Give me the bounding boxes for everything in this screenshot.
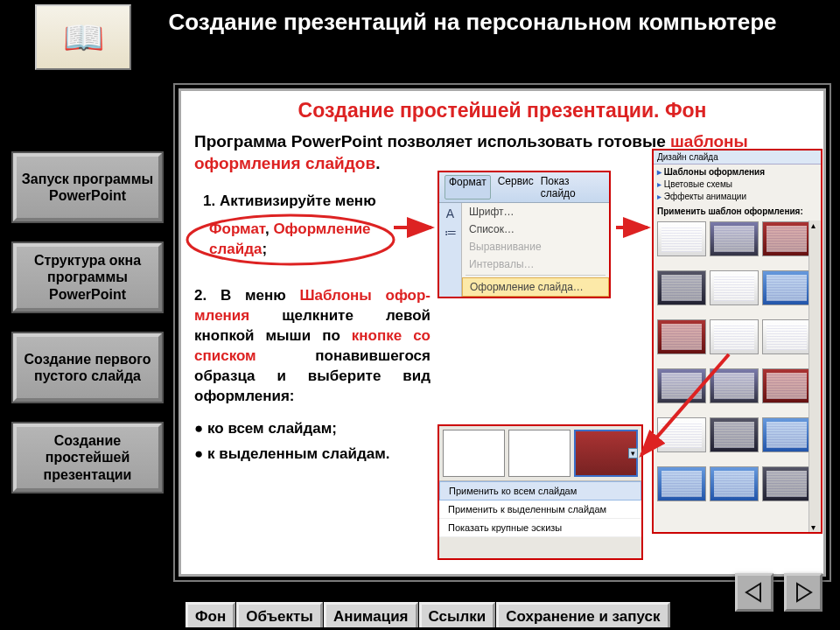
template-thumb <box>762 466 811 501</box>
pane-scrollbar <box>808 220 821 532</box>
template-thumb <box>710 417 759 452</box>
step1-label: 1. Активизируйте меню <box>203 192 430 212</box>
template-thumb <box>657 221 706 256</box>
template-thumb <box>710 466 759 501</box>
slide-title: Создание простейшей презентации. Фон <box>194 99 810 122</box>
intro-plain2: . <box>375 154 380 172</box>
menu-items: Шрифт… Список… Выравнивание Интервалы… О… <box>462 203 609 297</box>
step2-text: 2. В меню Шаблоны офор­мления щелкните л… <box>194 286 430 407</box>
template-thumb <box>710 270 759 305</box>
popup-large-thumbs: Показать крупные эскизы <box>439 519 641 537</box>
tab-animation[interactable]: Анимация <box>324 602 418 627</box>
template-thumb <box>657 417 706 452</box>
nav-launch-powerpoint[interactable]: Запуск программы PowerPoint <box>13 153 162 221</box>
step2-bullets: ● ко всем слайдам; ● к выделенным слайда… <box>194 419 430 465</box>
screenshot-context-menu: ▾ Применить ко всем слайдам Применить к … <box>438 424 643 560</box>
intro-plain1: Программа PowerPoint позволяет использов… <box>194 132 670 150</box>
popup-thumb <box>508 430 570 477</box>
popup-apply-selected: Применить к выделенным слайдам <box>439 500 641 519</box>
instructions-column: 1. Активизируйте меню Формат, Оформление… <box>194 183 430 469</box>
template-thumb <box>657 270 706 305</box>
font-icon: A <box>446 206 454 220</box>
nav-simple-presentation[interactable]: Создание простейшей презентации <box>13 424 162 492</box>
bullet-all-slides: ● ко всем слайдам; <box>194 419 430 439</box>
menu-icon-strip: A ≔ <box>439 203 462 297</box>
tab-save-run[interactable]: Сохранение и запуск <box>496 602 669 627</box>
oval-format: Формат <box>209 220 265 237</box>
tab-background[interactable]: Фон <box>186 602 235 627</box>
template-thumb <box>657 466 706 501</box>
pane-caption: Применить шаблон оформления: <box>654 205 821 218</box>
dropdown-icon: ▾ <box>628 448 638 458</box>
screenshot-design-pane: Дизайн слайда Шаблоны оформления Цветовы… <box>652 149 822 534</box>
pane-template-grid <box>654 218 821 515</box>
pane-opt-templates: Шаблоны оформления <box>657 166 817 178</box>
nav-window-structure[interactable]: Структура окна программы PowerPoint <box>13 243 162 312</box>
step1-highlight-oval: Формат, Оформление слайда; <box>190 216 400 264</box>
template-thumb <box>657 368 706 403</box>
popup-menu: Применить ко всем слайдам Применить к вы… <box>439 480 641 537</box>
bottom-tabs: Фон Объекты Анимация Ссылки Сохранение и… <box>186 602 671 627</box>
menu-tab-format: Формат <box>444 175 491 200</box>
template-thumb <box>657 319 706 354</box>
menu-item-intervals: Интервалы… <box>462 256 609 273</box>
template-thumb <box>710 319 759 354</box>
menu-item-font: Шрифт… <box>462 203 609 220</box>
template-thumb <box>710 221 759 256</box>
template-thumb <box>762 368 811 403</box>
tab-links[interactable]: Ссылки <box>419 602 496 627</box>
menu-tab-slideshow: Показ слайдо <box>541 175 604 200</box>
template-thumb <box>762 270 811 305</box>
template-thumb <box>762 319 811 354</box>
list-icon: ≔ <box>444 226 457 240</box>
prev-button[interactable] <box>735 573 774 612</box>
triangle-left-icon <box>743 581 766 604</box>
popup-apply-all: Применить ко всем слайдам <box>439 481 641 500</box>
popup-thumb-selected: ▾ <box>574 430 638 477</box>
template-thumb <box>762 221 811 256</box>
pane-opt-colors: Цветовые схемы <box>657 178 817 191</box>
pane-title: Дизайн слайда <box>654 150 821 164</box>
menu-item-align: Выравнивание <box>462 238 609 256</box>
next-button[interactable] <box>784 573 822 612</box>
template-thumb <box>710 368 759 403</box>
triangle-right-icon <box>792 581 815 604</box>
template-thumb <box>762 417 811 452</box>
sidebar: Запуск программы PowerPoint Структура ок… <box>13 153 162 514</box>
bullet-selected-slides: ● к выделенным слайдам. <box>194 444 430 465</box>
nav-arrow-group <box>735 573 822 612</box>
page-title: Создание презентаций на персональном ком… <box>158 9 788 36</box>
nav-first-slide[interactable]: Создание первого пустого слайда <box>13 333 162 402</box>
menu-bar: Формат Сервис Показ слайдо <box>439 172 609 203</box>
pane-options: Шаблоны оформления Цветовые схемы Эффект… <box>654 164 821 205</box>
screenshot-format-menu: Формат Сервис Показ слайдо A ≔ Шрифт… Сп… <box>438 171 611 298</box>
popup-thumb <box>443 430 505 477</box>
menu-item-list: Список… <box>462 220 609 238</box>
menu-tab-service: Сервис <box>498 175 534 200</box>
logo-image <box>35 4 131 70</box>
menu-item-slide-design: Оформление слайда… <box>462 277 609 297</box>
pane-opt-animation: Эффекты анимации <box>657 191 817 203</box>
tab-objects[interactable]: Объекты <box>236 602 323 627</box>
